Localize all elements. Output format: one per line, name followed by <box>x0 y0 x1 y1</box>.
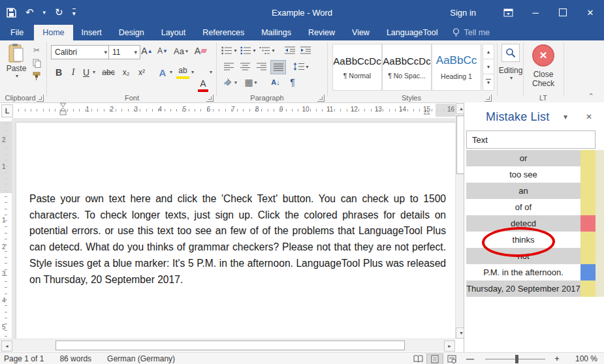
increase-indent-button[interactable] <box>299 44 312 56</box>
highlight-dropdown-icon[interactable]: ▾ <box>191 69 194 75</box>
style-normal[interactable]: AaBbCcDc ¶ Normal <box>332 44 382 91</box>
text-effects-button[interactable]: A <box>155 65 170 80</box>
multilevel-list-button[interactable]: ▾ <box>259 44 275 56</box>
collapse-ribbon-icon[interactable]: ⌃ <box>584 91 597 100</box>
tab-file[interactable]: File <box>0 25 34 40</box>
undo-icon[interactable]: ↶ <box>25 7 34 18</box>
word-count[interactable]: 86 words <box>52 354 99 363</box>
zoom-level[interactable]: 100 % <box>564 354 604 363</box>
horizontal-scrollbar[interactable]: ◄ ► <box>0 339 455 352</box>
mistake-text[interactable]: too see <box>466 166 580 183</box>
panel-close-icon[interactable]: ✕ <box>586 112 592 121</box>
horizontal-scrollbar-thumb[interactable] <box>56 341 405 350</box>
shrink-font-button[interactable]: A▼ <box>155 44 170 57</box>
grow-font-button[interactable]: A▲ <box>140 44 154 57</box>
italic-button[interactable]: I <box>67 65 79 80</box>
underline-dropdown-icon[interactable]: ▾ <box>93 69 95 75</box>
subscript-button[interactable]: x₂ <box>119 65 133 80</box>
tab-design[interactable]: Design <box>110 25 153 40</box>
save-icon[interactable] <box>7 8 16 18</box>
mistake-row[interactable]: of of <box>466 199 604 215</box>
mistake-row[interactable]: P.M. in the afternoon. <box>466 264 604 281</box>
undo-dropdown-icon[interactable]: ▾ <box>43 9 46 16</box>
web-layout-icon[interactable] <box>443 354 460 364</box>
font-family-combobox[interactable]: Calibri ▾ <box>51 45 110 59</box>
redo-icon[interactable]: ↻ <box>55 7 63 18</box>
show-paragraph-marks-button[interactable]: ¶ <box>286 76 299 88</box>
decrease-indent-button[interactable] <box>283 44 296 56</box>
scroll-right-icon[interactable]: ► <box>444 341 455 352</box>
tell-me-box[interactable]: Tell me <box>446 25 496 40</box>
language-indicator[interactable]: German (Germany) <box>99 354 183 363</box>
mistake-text[interactable]: P.M. in the afternoon. <box>466 264 580 281</box>
editing-button[interactable]: Editing ▾ <box>500 44 521 81</box>
font-dialog-launcher-icon[interactable] <box>206 95 214 102</box>
styles-dialog-launcher-icon[interactable] <box>485 95 492 102</box>
tab-insert[interactable]: Insert <box>73 25 110 40</box>
tab-references[interactable]: References <box>194 25 253 40</box>
customize-qat-icon[interactable]: ▾ <box>72 8 76 17</box>
right-indent-marker-icon[interactable] <box>423 109 430 115</box>
document-text[interactable]: Paste your own text here and click the '… <box>29 191 446 288</box>
scroll-left-icon[interactable]: ◄ <box>1 341 12 352</box>
align-left-button[interactable] <box>221 61 236 72</box>
mistake-text[interactable]: Thursday, 20 September 2017 <box>466 281 580 297</box>
sort-button[interactable]: A↓ <box>268 76 283 88</box>
text-effects-dropdown-icon[interactable]: ▾ <box>170 69 172 75</box>
bullets-button[interactable]: ▾ <box>221 44 237 56</box>
change-case-button[interactable]: Aa▾ <box>172 44 189 57</box>
mistake-row[interactable]: too see <box>466 166 604 183</box>
shading-button[interactable]: ▾ <box>221 76 238 88</box>
justify-button[interactable] <box>270 60 286 74</box>
zoom-slider[interactable] <box>485 359 545 359</box>
close-button[interactable]: ✕ <box>577 0 604 25</box>
line-spacing-button[interactable]: ▾ <box>293 61 310 72</box>
superscript-button[interactable]: x² <box>135 65 149 80</box>
zoom-slider-thumb[interactable] <box>515 355 518 363</box>
mistake-text[interactable]: or <box>466 150 580 166</box>
cut-button[interactable]: ✂ <box>30 44 43 56</box>
paragraph-dialog-launcher-icon[interactable] <box>317 95 325 102</box>
close-check-button[interactable]: ✕ Close Check <box>526 44 560 88</box>
sign-in-link[interactable]: Sign in <box>450 8 476 18</box>
style-no-spacing[interactable]: AaBbCcDc ¶ No Spac... <box>382 44 432 91</box>
mistake-row[interactable]: or <box>466 150 604 166</box>
mistake-text[interactable]: of of <box>466 199 580 215</box>
tab-home[interactable]: Home <box>34 25 72 40</box>
mistake-row[interactable]: an <box>466 183 604 199</box>
maximize-button[interactable] <box>549 0 577 25</box>
panel-menu-chevron-icon[interactable]: ▾ <box>564 112 567 121</box>
format-painter-button[interactable] <box>30 70 43 82</box>
underline-button[interactable]: U <box>80 65 92 80</box>
print-layout-icon[interactable] <box>426 354 443 364</box>
ribbon-display-options-icon[interactable] <box>494 0 522 25</box>
align-center-button[interactable] <box>238 61 252 72</box>
zoom-in-button[interactable]: + <box>550 354 564 364</box>
styles-scroll-down-icon[interactable]: ▾ <box>483 59 494 74</box>
align-right-button[interactable] <box>254 61 268 72</box>
zoom-out-button[interactable]: — <box>460 354 480 364</box>
text-highlight-button[interactable]: ab <box>176 64 189 77</box>
mistake-row[interactable]: thinks <box>466 232 604 248</box>
mistake-text[interactable]: an <box>466 183 580 199</box>
tab-review[interactable]: Review <box>300 25 343 40</box>
strikethrough-button[interactable]: abc <box>99 65 118 80</box>
borders-button[interactable]: ▦▾ <box>242 76 259 88</box>
mistake-row[interactable]: Thursday, 20 September 2017 <box>466 281 604 297</box>
tab-view[interactable]: View <box>343 25 378 40</box>
font-size-combobox[interactable]: 11 ▾ <box>108 45 140 59</box>
bold-button[interactable]: B <box>52 65 65 80</box>
indent-marker-icon[interactable] <box>59 102 67 117</box>
styles-gallery-more-icon[interactable]: ▾ <box>483 74 494 91</box>
clear-formatting-button[interactable]: A <box>193 44 208 57</box>
page-indicator[interactable]: Page 1 of 1 <box>0 354 52 363</box>
paste-button[interactable]: Paste ▾ <box>4 43 29 79</box>
font-color-button[interactable]: A <box>198 77 208 90</box>
clipboard-dialog-launcher-icon[interactable] <box>37 95 44 102</box>
tab-stop-selector[interactable]: L <box>1 104 13 117</box>
tab-mailings[interactable]: Mailings <box>253 25 300 40</box>
styles-scroll-up-icon[interactable]: ▴ <box>483 44 494 59</box>
numbering-button[interactable]: ▾ <box>240 44 256 56</box>
style-heading1[interactable]: AaBbCc Heading 1 <box>432 44 481 91</box>
copy-button[interactable] <box>30 57 43 69</box>
